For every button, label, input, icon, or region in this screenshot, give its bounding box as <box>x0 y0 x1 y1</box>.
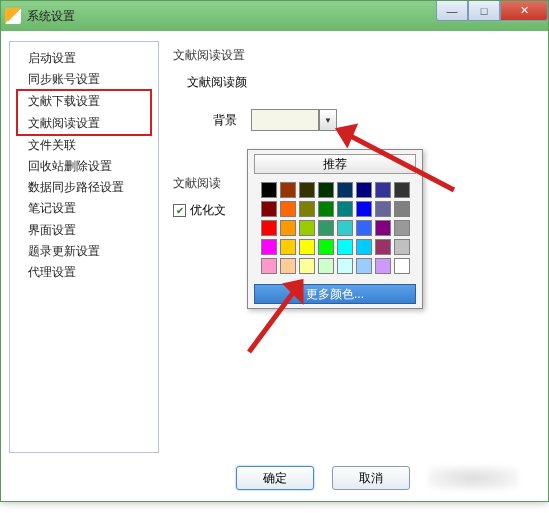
color-swatch[interactable] <box>375 182 391 198</box>
color-swatch[interactable] <box>261 220 277 236</box>
background-color-swatch <box>251 109 319 131</box>
color-dropdown-button[interactable] <box>319 109 337 131</box>
color-swatch[interactable] <box>299 182 315 198</box>
dialog-buttons: 确定 取消 <box>1 461 548 495</box>
color-swatch[interactable] <box>356 239 372 255</box>
sidebar-item[interactable]: 启动设置 <box>14 48 154 69</box>
sidebar-item[interactable]: 界面设置 <box>14 220 154 241</box>
section-reading: 文献阅读设置 <box>173 47 536 64</box>
color-swatch[interactable] <box>261 239 277 255</box>
color-swatch[interactable] <box>318 258 334 274</box>
color-swatch[interactable] <box>337 258 353 274</box>
color-swatch[interactable] <box>394 201 410 217</box>
close-button[interactable]: ✕ <box>500 1 548 21</box>
color-swatch[interactable] <box>299 258 315 274</box>
color-swatch[interactable] <box>318 201 334 217</box>
ok-label: 确定 <box>263 470 287 487</box>
app-icon <box>5 8 21 24</box>
sidebar-item[interactable]: 题录更新设置 <box>14 241 154 262</box>
color-swatch[interactable] <box>337 220 353 236</box>
sidebar-item[interactable]: 回收站删除设置 <box>14 156 154 177</box>
recommend-button[interactable]: 推荐 <box>254 154 416 174</box>
color-swatch[interactable] <box>356 258 372 274</box>
ok-button[interactable]: 确定 <box>236 466 314 490</box>
color-swatch[interactable] <box>337 182 353 198</box>
sidebar-item[interactable]: 数据同步路径设置 <box>14 177 154 198</box>
dialog-body: 启动设置同步账号设置文献下载设置文献阅读设置文件关联回收站删除设置数据同步路径设… <box>1 31 548 461</box>
window-title: 系统设置 <box>27 8 75 25</box>
color-swatch[interactable] <box>280 239 296 255</box>
color-swatch[interactable] <box>375 239 391 255</box>
sidebar-item[interactable]: 同步账号设置 <box>14 69 154 90</box>
titlebar: 系统设置 — □ ✕ <box>1 1 548 31</box>
color-swatch[interactable] <box>356 220 372 236</box>
more-colors-label: 更多颜色... <box>306 286 364 303</box>
color-swatch[interactable] <box>337 201 353 217</box>
color-swatch[interactable] <box>261 201 277 217</box>
sidebar-item[interactable]: 笔记设置 <box>14 198 154 219</box>
optimize-label: 优化文 <box>190 202 226 219</box>
color-swatch[interactable] <box>280 220 296 236</box>
sidebar-highlight-box: 文献下载设置文献阅读设置 <box>16 89 152 135</box>
optimize-checkbox[interactable]: ✔ <box>173 204 186 217</box>
more-colors-button[interactable]: 更多颜色... <box>254 284 416 304</box>
sidebar-item[interactable]: 代理设置 <box>14 262 154 283</box>
color-swatch[interactable] <box>280 258 296 274</box>
color-swatch[interactable] <box>299 220 315 236</box>
color-swatch[interactable] <box>394 258 410 274</box>
color-swatch[interactable] <box>375 258 391 274</box>
color-swatch[interactable] <box>299 239 315 255</box>
color-swatch[interactable] <box>356 182 372 198</box>
color-swatch[interactable] <box>280 201 296 217</box>
color-subtitle-row: 文献阅读颜 <box>187 74 536 91</box>
color-swatch[interactable] <box>318 182 334 198</box>
color-swatch[interactable] <box>318 239 334 255</box>
recommend-label: 推荐 <box>323 156 347 173</box>
swatch-grid <box>248 178 422 280</box>
sidebar-item[interactable]: 文件关联 <box>14 135 154 156</box>
watermark-smudge <box>428 466 518 490</box>
settings-dialog: 系统设置 — □ ✕ 启动设置同步账号设置文献下载设置文献阅读设置文件关联回收站… <box>0 0 549 502</box>
minimize-button[interactable]: — <box>436 1 468 21</box>
sidebar-item[interactable]: 文献阅读设置 <box>18 113 150 134</box>
color-swatch[interactable] <box>394 220 410 236</box>
settings-tree: 启动设置同步账号设置文献下载设置文献阅读设置文件关联回收站删除设置数据同步路径设… <box>9 41 159 453</box>
color-swatch[interactable] <box>394 239 410 255</box>
background-label: 背景 <box>213 112 237 129</box>
color-swatch[interactable] <box>318 220 334 236</box>
color-swatch[interactable] <box>337 239 353 255</box>
cancel-button[interactable]: 取消 <box>332 466 410 490</box>
color-swatch[interactable] <box>261 182 277 198</box>
reading-color-label: 文献阅读颜 <box>187 74 247 91</box>
window-controls: — □ ✕ <box>436 1 548 21</box>
color-swatch[interactable] <box>261 258 277 274</box>
color-swatch[interactable] <box>299 201 315 217</box>
color-swatch[interactable] <box>356 201 372 217</box>
color-swatch[interactable] <box>375 220 391 236</box>
cancel-label: 取消 <box>359 470 383 487</box>
sidebar-item[interactable]: 文献下载设置 <box>18 91 150 112</box>
maximize-button[interactable]: □ <box>468 1 500 21</box>
color-swatch[interactable] <box>394 182 410 198</box>
color-swatch[interactable] <box>280 182 296 198</box>
color-swatch[interactable] <box>375 201 391 217</box>
color-picker-popup: 推荐 更多颜色... <box>247 149 423 309</box>
